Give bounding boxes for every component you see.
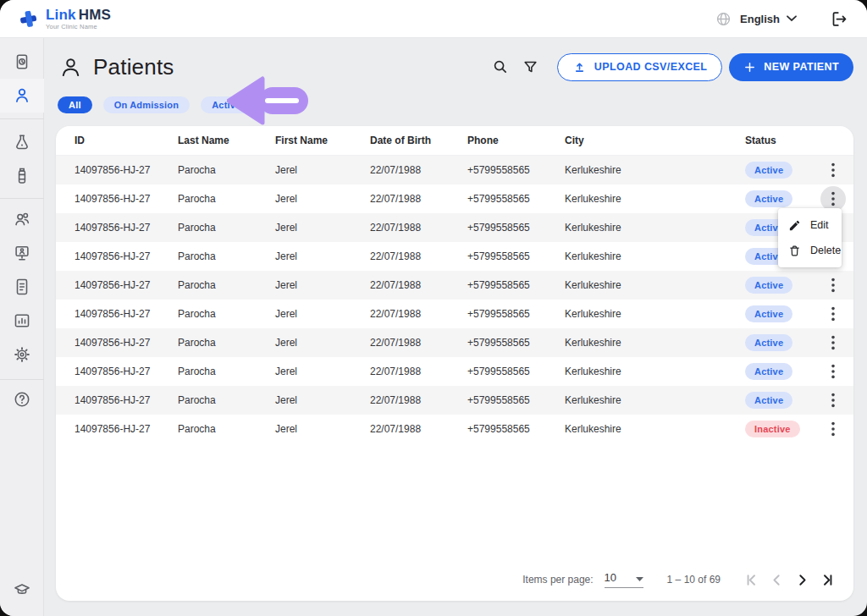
row-menu-button[interactable] — [820, 330, 846, 355]
column-header-id: ID — [56, 135, 178, 146]
sidebar-item-education[interactable] — [0, 573, 44, 607]
cell-city: Kerlukeshire — [565, 423, 745, 435]
settings-icon — [13, 345, 31, 364]
language-label: English — [740, 13, 780, 25]
table-row[interactable]: 14097856-HJ-27 Parocha Jerel 22/07/1988 … — [56, 328, 853, 357]
status-badge: Active — [745, 334, 792, 351]
row-menu-button[interactable] — [820, 157, 846, 183]
row-context-menu: Edit Delete — [778, 208, 842, 267]
chip-on-admission[interactable]: On Admission — [103, 96, 191, 113]
pagination-range: 1 – 10 of 69 — [667, 574, 721, 586]
kebab-menu-icon — [826, 393, 840, 408]
upload-csv-button[interactable]: UPLOAD CSV/EXCEL — [557, 53, 723, 81]
row-menu-button[interactable] — [820, 416, 846, 442]
table-row[interactable]: 14097856-HJ-27 Parocha Jerel 22/07/1988 … — [56, 271, 853, 300]
sidebar-divider — [0, 198, 44, 199]
cell-last-name: Parocha — [178, 279, 275, 291]
row-menu-button[interactable] — [820, 388, 846, 413]
billing-icon — [13, 278, 31, 296]
help-icon — [13, 390, 31, 409]
cell-dob: 22/07/1988 — [370, 222, 467, 234]
language-selector[interactable]: English — [715, 11, 797, 27]
patients-icon — [13, 86, 31, 105]
table-body: 14097856-HJ-27 Parocha Jerel 22/07/1988 … — [56, 156, 853, 443]
cell-city: Kerlukeshire — [565, 394, 745, 406]
cell-dob: 22/07/1988 — [370, 308, 467, 320]
menu-item-edit[interactable]: Edit — [778, 212, 842, 238]
cell-id: 14097856-HJ-27 — [56, 337, 178, 349]
kebab-menu-icon — [826, 191, 840, 206]
cell-first-name: Jerel — [275, 423, 370, 435]
status-badge: Active — [745, 162, 792, 179]
last-page-icon — [819, 571, 837, 589]
filter-button[interactable] — [519, 56, 542, 79]
first-page-button[interactable] — [739, 568, 764, 592]
sidebar-divider — [0, 118, 44, 119]
logout-icon — [831, 10, 848, 28]
row-menu-button[interactable] — [820, 359, 846, 384]
new-patient-button[interactable]: NEW PATIENT — [729, 53, 853, 81]
cell-last-name: Parocha — [178, 193, 275, 205]
previous-page-button[interactable] — [765, 568, 789, 592]
cell-first-name: Jerel — [275, 193, 370, 205]
sidebar-item-staff[interactable] — [0, 202, 44, 236]
sidebar-item-kiosk[interactable] — [0, 236, 44, 270]
next-page-button[interactable] — [790, 568, 815, 592]
logout-button[interactable] — [827, 7, 852, 31]
sidebar-item-reports[interactable] — [0, 304, 44, 338]
column-header-city: City — [565, 135, 745, 146]
pencil-icon — [788, 219, 801, 232]
sidebar-item-schedule[interactable] — [0, 45, 44, 79]
sidebar-item-settings[interactable] — [0, 338, 44, 371]
sidebar-item-patients[interactable] — [0, 79, 44, 113]
table-row[interactable]: 14097856-HJ-27 Parocha Jerel 22/07/1988 … — [56, 242, 853, 271]
table-row[interactable]: 14097856-HJ-27 Parocha Jerel 22/07/1988 … — [56, 300, 853, 328]
chip-active-visit[interactable]: Active Visit — [201, 96, 275, 113]
kebab-menu-icon — [826, 278, 840, 293]
last-page-button[interactable] — [815, 568, 840, 592]
first-page-icon — [743, 571, 760, 589]
lab-icon — [13, 133, 31, 151]
main-content: Patients — [44, 38, 867, 616]
cell-dob: 22/07/1988 — [370, 394, 467, 406]
globe-icon — [715, 11, 732, 27]
cell-phone: +5799558565 — [467, 250, 565, 262]
kebab-menu-icon — [826, 162, 840, 178]
patients-table-card: ID Last Name First Name Date of Birth Ph… — [56, 126, 853, 601]
table-row[interactable]: 14097856-HJ-27 Parocha Jerel 22/07/1988 … — [56, 156, 853, 184]
table-row[interactable]: 14097856-HJ-27 Parocha Jerel 22/07/1988 … — [56, 386, 853, 415]
items-per-page-select[interactable]: 10 — [605, 571, 643, 588]
row-menu-button[interactable] — [820, 272, 846, 298]
previous-page-icon — [768, 571, 786, 589]
status-badge: Active — [745, 305, 792, 322]
cell-first-name: Jerel — [275, 164, 370, 176]
search-icon — [492, 58, 509, 75]
cell-city: Kerlukeshire — [565, 164, 745, 176]
table-row[interactable]: 14097856-HJ-27 Parocha Jerel 22/07/1988 … — [56, 213, 853, 242]
kebab-menu-icon — [826, 364, 840, 379]
sidebar-item-billing[interactable] — [0, 270, 44, 304]
sidebar-item-pharmacy[interactable] — [0, 159, 44, 193]
cell-phone: +5799558565 — [467, 366, 565, 377]
menu-item-delete[interactable]: Delete — [778, 238, 842, 263]
cell-first-name: Jerel — [275, 279, 370, 291]
brand-logo: LinkHMS Your Clinic Name — [19, 8, 111, 30]
table-row[interactable]: 14097856-HJ-27 Parocha Jerel 22/07/1988 … — [56, 415, 853, 443]
sidebar-item-lab[interactable] — [0, 125, 44, 159]
cell-last-name: Parocha — [178, 164, 275, 176]
table-row[interactable]: 14097856-HJ-27 Parocha Jerel 22/07/1988 … — [56, 357, 853, 386]
table-row[interactable]: 14097856-HJ-27 Parocha Jerel 22/07/1988 … — [56, 184, 853, 213]
cell-dob: 22/07/1988 — [370, 423, 467, 435]
row-menu-button[interactable] — [820, 301, 846, 327]
cell-phone: +5799558565 — [467, 279, 565, 291]
sidebar-divider — [0, 379, 44, 380]
cell-first-name: Jerel — [275, 366, 370, 377]
cell-last-name: Parocha — [178, 366, 275, 377]
chip-all[interactable]: All — [58, 96, 92, 113]
cell-phone: +5799558565 — [467, 193, 565, 205]
upload-icon — [572, 60, 587, 74]
cell-id: 14097856-HJ-27 — [56, 250, 178, 262]
cell-dob: 22/07/1988 — [370, 366, 467, 377]
search-button[interactable] — [489, 55, 512, 79]
sidebar-item-help[interactable] — [0, 382, 44, 416]
